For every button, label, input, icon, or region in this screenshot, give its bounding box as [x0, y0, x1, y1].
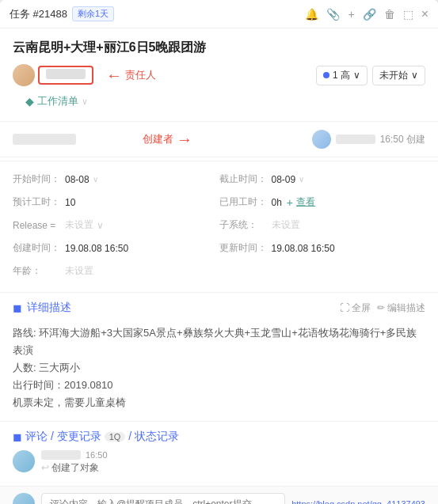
- fullscreen-icon: ⛶: [340, 302, 349, 313]
- trash-icon[interactable]: 🗑: [384, 8, 395, 21]
- comment-input[interactable]: [41, 493, 285, 504]
- titlebar-left: 任务 #21488 剩余1天: [10, 6, 299, 21]
- created-text: 19.08.08 16:50: [65, 243, 128, 254]
- used-time-plus[interactable]: +: [287, 196, 293, 209]
- comments-icon: ◼: [13, 430, 22, 443]
- start-time-text: 08-08: [65, 174, 90, 185]
- add-icon[interactable]: +: [348, 8, 354, 21]
- description-icon: ◼: [13, 301, 22, 314]
- created-value: 19.08.08 16:50: [65, 243, 128, 254]
- tag-badge: 剩余1天: [72, 6, 114, 21]
- status-badge[interactable]: 未开始 ∨: [372, 66, 425, 85]
- task-header: 云南昆明+大理+丽江6日5晚跟团游 ← 责任人: [0, 28, 438, 118]
- priority-badge[interactable]: 1 高 ∨: [316, 66, 368, 85]
- creator-time: 16:50 创建: [380, 133, 425, 146]
- checklist-row[interactable]: ◆ 工作清单 ∨: [13, 91, 425, 112]
- field-estimate: 预计工时： 10: [13, 191, 219, 214]
- edit-icon: ✏: [377, 302, 385, 313]
- desc-line-1: 路线: 环洱海大游船+3大国家5A景点+彝族祭火大典+玉龙雪山+花语牧场花海骑行…: [13, 324, 425, 359]
- used-time-check[interactable]: 查看: [296, 195, 315, 209]
- edit-description-button[interactable]: ✏ 编辑描述: [377, 301, 425, 315]
- updated-value: 19.08.08 16:50: [272, 243, 335, 254]
- start-time-label: 开始时间：: [13, 172, 60, 186]
- creator-arrow-icon: →: [177, 131, 192, 149]
- comment-reply-icon: ↩: [41, 462, 51, 473]
- link-icon[interactable]: 🔗: [363, 8, 376, 21]
- assignee-annotation: ← 责任人: [106, 66, 156, 85]
- priority-chevron: ∨: [353, 70, 360, 81]
- field-release: Release = 未设置 ∨: [13, 214, 219, 237]
- assignee-section: [13, 64, 93, 86]
- start-time-value[interactable]: 08-08 ∨: [65, 174, 98, 185]
- checklist-icon: ◆: [25, 95, 34, 108]
- comment-body: 16:50 ↩ 创建了对象: [41, 450, 425, 475]
- description-actions: ⛶ 全屏 ✏ 编辑描述: [340, 301, 425, 315]
- close-button[interactable]: ×: [421, 7, 428, 21]
- field-age: 年龄： 未设置: [13, 260, 219, 282]
- release-chevron: ∨: [97, 220, 104, 231]
- creator-annotation-label: 创建者: [143, 132, 173, 146]
- subsystem-value[interactable]: 未设置: [272, 218, 300, 232]
- task-window: 任务 #21488 剩余1天 🔔 📎 + 🔗 🗑 ⬚ × 云南昆明+大理+丽江6…: [0, 0, 438, 504]
- used-time-label: 已用工时：: [219, 195, 267, 209]
- subsystem-label: 子系统：: [219, 218, 267, 232]
- updated-text: 19.08.08 16:50: [272, 243, 335, 254]
- priority-dot: [323, 72, 329, 78]
- task-title: 云南昆明+大理+丽江6日5晚跟团游: [13, 40, 425, 56]
- desc-line-4: 机票未定，需要儿童桌椅: [13, 394, 425, 411]
- release-value[interactable]: 未设置 ∨: [65, 218, 104, 232]
- state-record-label: / 状态记录: [128, 430, 179, 444]
- field-empty: [219, 260, 426, 282]
- field-subsystem: 子系统： 未设置: [219, 214, 426, 237]
- description-section-header: ◼ 详细描述 ⛶ 全屏 ✏ 编辑描述: [0, 292, 438, 320]
- status-chevron: ∨: [411, 70, 418, 81]
- field-start-time: 开始时间： 08-08 ∨: [13, 168, 219, 191]
- age-text: 未设置: [65, 264, 93, 278]
- comment-time: 16:50: [86, 450, 108, 460]
- checklist-label: 工作清单: [37, 94, 78, 108]
- creator-info: 16:50 创建: [312, 130, 425, 149]
- right-badges: 1 高 ∨ 未开始 ∨: [316, 66, 425, 85]
- end-time-value[interactable]: 08-09 ∨: [272, 174, 305, 185]
- used-time-value: 0h + 查看: [272, 195, 316, 209]
- comments-title: ◼ 评论 / 变更记录 1Q / 状态记录: [13, 430, 425, 444]
- fullscreen-label: 全屏: [352, 301, 371, 315]
- assignee-avatar: [13, 64, 35, 86]
- footer-input-row: https://blog.csdn.net/qq_41137493: [0, 486, 438, 504]
- age-value[interactable]: 未设置: [65, 264, 93, 278]
- share-icon[interactable]: ⬚: [403, 8, 413, 21]
- release-label: Release =: [13, 220, 60, 231]
- assignee-name-box[interactable]: [38, 66, 93, 85]
- estimate-value[interactable]: 10: [65, 197, 75, 208]
- edit-description-label: 编辑描述: [387, 301, 425, 315]
- fullscreen-button[interactable]: ⛶ 全屏: [340, 301, 371, 315]
- creator-avatar: [312, 130, 331, 149]
- field-used-time: 已用工时： 0h + 查看: [219, 191, 426, 214]
- subsystem-text: 未设置: [272, 218, 300, 232]
- field-created: 创建时间： 19.08.08 16:50: [13, 237, 219, 260]
- desc-line-3: 出行时间：2019.0810: [13, 377, 425, 394]
- attachment-icon[interactable]: 📎: [326, 8, 340, 21]
- start-time-chevron: ∨: [93, 175, 98, 184]
- fields-grid: 开始时间： 08-08 ∨ 截止时间： 08-09 ∨ 预计工时： 10: [0, 161, 438, 289]
- divider-2: [0, 157, 438, 157]
- task-id: 任务 #21488: [10, 7, 67, 21]
- avatar-inner: [13, 64, 35, 86]
- updated-label: 更新时间：: [219, 241, 267, 255]
- comment-text: ↩ 创建了对象: [41, 461, 425, 475]
- created-label: 创建时间：: [13, 241, 60, 255]
- alarm-icon[interactable]: 🔔: [305, 8, 318, 21]
- end-time-text: 08-09: [272, 174, 296, 185]
- field-updated: 更新时间： 19.08.08 16:50: [219, 237, 426, 260]
- comment-name-blur: [41, 450, 81, 460]
- creator-row: 创建者 → 16:50 创建: [0, 125, 438, 153]
- description-title: ◼ 详细描述: [13, 301, 71, 315]
- comment-item: 16:50 ↩ 创建了对象: [13, 450, 425, 475]
- titlebar: 任务 #21488 剩余1天 🔔 📎 + 🔗 🗑 ⬚ ×: [0, 0, 438, 28]
- comment-avatar: [13, 450, 35, 472]
- end-time-chevron: ∨: [299, 175, 304, 184]
- creator-name-blur: [336, 135, 375, 144]
- creator-annotation: 创建者 →: [143, 131, 192, 149]
- comment-meta: 16:50: [41, 450, 425, 460]
- field-end-time: 截止时间： 08-09 ∨: [219, 168, 426, 191]
